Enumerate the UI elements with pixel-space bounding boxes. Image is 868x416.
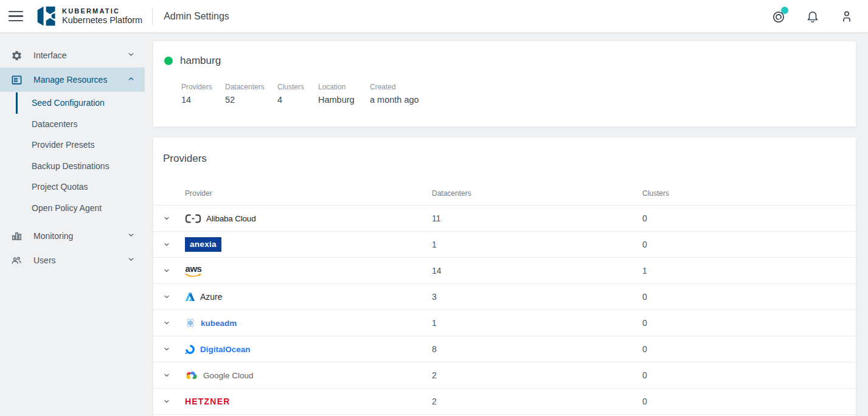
provider-name: DigitalOcean (200, 345, 251, 354)
column-datacenters: Datacenters (432, 189, 642, 198)
sidebar-item-interface[interactable]: Interface (0, 43, 145, 68)
datacenters-count: 3 (432, 292, 642, 302)
sidebar-item-provider-presets[interactable]: Provider Presets (16, 134, 145, 156)
datacenters-count: 2 (432, 370, 642, 380)
user-menu-icon[interactable] (839, 9, 855, 24)
sidebar-item-label: Manage Resources (33, 75, 107, 85)
menu-icon[interactable] (9, 11, 23, 22)
notification-dot (781, 7, 788, 14)
sidebar-item-users[interactable]: Users (0, 248, 145, 272)
sidebar-item-label: Users (33, 255, 56, 265)
stat-clusters: Clusters 4 (277, 83, 318, 105)
topbar-divider (152, 7, 153, 26)
kubermatic-logo-mark (36, 5, 57, 27)
datacenters-count: 1 (432, 318, 642, 328)
table-row-alibaba-cloud[interactable]: Alibaba Cloud 11 0 (153, 206, 856, 232)
azure-logo (185, 292, 195, 302)
bell-icon[interactable] (805, 9, 821, 24)
brand-text: KUBERMATIC Kubernetes Platform (62, 7, 142, 25)
clusters-count: 0 (642, 370, 856, 380)
manage-resources-submenu: Seed Configuration Datacenters Provider … (0, 92, 145, 218)
providers-table-header: Provider Datacenters Clusters (153, 181, 856, 206)
sidebar: Interface Manage Resources Seed C (0, 33, 145, 416)
table-row-hetzner[interactable]: HETZNER 2 0 (153, 389, 856, 415)
providers-card: Providers Provider Datacenters Clusters (153, 137, 856, 416)
chevron-down-icon (127, 231, 135, 241)
brand-subtitle: Kubernetes Platform (62, 15, 142, 25)
stat-datacenters: Datacenters 52 (225, 83, 277, 105)
clusters-count: 0 (642, 344, 856, 354)
seed-status-dot (164, 57, 173, 65)
kubermatic-logo[interactable]: KUBERMATIC Kubernetes Platform (36, 5, 142, 27)
datacenters-count: 1 (432, 240, 642, 249)
datacenters-count: 2 (432, 397, 642, 406)
table-row-aws[interactable]: aws 14 1 (153, 258, 856, 284)
sidebar-item-manage-resources[interactable]: Manage Resources (0, 68, 145, 92)
providers-title: Providers (163, 152, 856, 165)
chevron-down-icon[interactable] (163, 241, 185, 248)
clusters-count: 0 (642, 318, 856, 328)
sidebar-item-label: Monitoring (33, 231, 73, 241)
gear-icon (10, 50, 23, 61)
stat-providers: Providers 14 (181, 83, 225, 105)
stat-created: Created a month ago (370, 83, 419, 105)
topbar-actions (771, 9, 855, 24)
chevron-down-icon[interactable] (163, 372, 185, 379)
clusters-count: 0 (642, 213, 856, 223)
chevron-down-icon (127, 50, 135, 61)
google-cloud-logo (185, 370, 198, 380)
stat-location: Location Hamburg (318, 83, 370, 105)
content-area: hamburg Providers 14 Datacenters 52 Clus… (145, 33, 868, 416)
datacenters-count: 11 (432, 213, 642, 223)
sidebar-item-monitoring[interactable]: Monitoring (0, 224, 145, 248)
sidebar-item-project-quotas[interactable]: Project Quotas (16, 176, 145, 198)
provider-name: Azure (200, 292, 223, 302)
clusters-count: 1 (642, 266, 856, 276)
hetzner-logo: HETZNER (185, 397, 231, 406)
anexia-logo: anexia (185, 237, 221, 252)
datacenters-count: 14 (432, 266, 642, 276)
topbar: KUBERMATIC Kubernetes Platform Admin Set… (0, 0, 868, 33)
column-provider: Provider (185, 189, 432, 198)
chevron-down-icon[interactable] (163, 319, 185, 327)
seed-name: hamburg (180, 55, 221, 67)
clusters-count: 0 (642, 397, 856, 406)
kubeadm-logo (185, 317, 196, 328)
sidebar-item-datacenters[interactable]: Datacenters (16, 114, 145, 135)
provider-name: kubeadm (201, 319, 237, 328)
brand-name: KUBERMATIC (62, 7, 142, 15)
table-row-google-cloud[interactable]: Google Cloud 2 0 (153, 362, 856, 389)
clusters-count: 0 (642, 292, 856, 302)
clusters-count: 0 (642, 240, 856, 249)
chevron-down-icon[interactable] (163, 398, 185, 405)
sidebar-item-seed-configuration[interactable]: Seed Configuration (16, 92, 145, 114)
list-box-icon (10, 74, 23, 86)
chevron-down-icon[interactable] (163, 345, 185, 353)
table-row-digitalocean[interactable]: DigitalOcean 8 0 (153, 336, 856, 362)
chevron-down-icon[interactable] (163, 215, 185, 222)
chevron-down-icon[interactable] (163, 293, 185, 300)
announcements-icon[interactable] (771, 9, 786, 24)
seed-stats: Providers 14 Datacenters 52 Clusters 4 L… (164, 83, 845, 105)
bar-chart-icon (10, 231, 23, 242)
digitalocean-logo (185, 344, 195, 355)
provider-name: Alibaba Cloud (206, 214, 255, 223)
alibaba-cloud-logo (185, 213, 201, 224)
table-row-kubeadm[interactable]: kubeadm 1 0 (153, 310, 856, 336)
chevron-down-icon[interactable] (163, 267, 185, 274)
datacenters-count: 8 (432, 344, 642, 354)
sidebar-item-backup-destinations[interactable]: Backup Destinations (16, 156, 145, 177)
seed-summary-card: hamburg Providers 14 Datacenters 52 Clus… (153, 41, 856, 127)
sidebar-item-label: Interface (33, 50, 66, 60)
table-row-anexia[interactable]: anexia 1 0 (153, 232, 856, 258)
aws-logo: aws (185, 264, 202, 278)
chevron-up-icon (127, 74, 135, 85)
table-row-azure[interactable]: Azure 3 0 (153, 284, 856, 310)
provider-name: Google Cloud (203, 371, 254, 380)
chevron-down-icon (127, 255, 135, 266)
sidebar-item-open-policy-agent[interactable]: Open Policy Agent (16, 198, 145, 219)
page-title: Admin Settings (164, 11, 229, 22)
column-clusters: Clusters (642, 189, 856, 198)
users-icon (10, 255, 23, 266)
